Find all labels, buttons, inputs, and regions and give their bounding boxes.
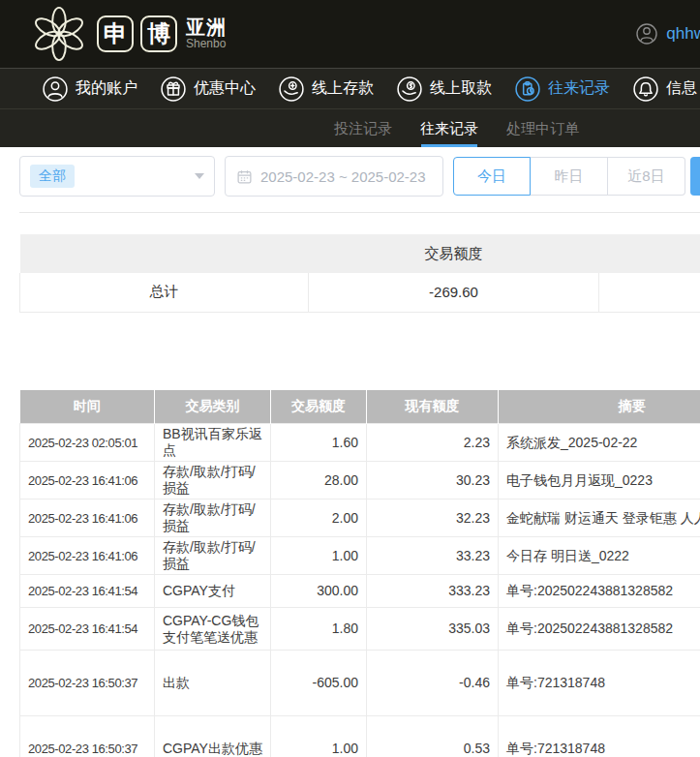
cell-time: 2025-02-23 16:50:37 [20, 716, 155, 757]
main-nav: 我的账户 优惠中心 线上存款 线上取款 往来记录 [0, 68, 700, 108]
cell-balance: 0.53 [367, 716, 499, 757]
cell-amount: 300.00 [271, 575, 367, 608]
summary-header-amount: 交易额度 [309, 234, 599, 273]
tab-transaction-records[interactable]: 往来记录 [420, 109, 478, 147]
nav-item-promotions[interactable]: 优惠中心 [161, 76, 256, 102]
cell-type: 存款/取款/打码/损益 [155, 462, 271, 500]
summary-empty-cell [599, 273, 700, 312]
table-row: 2025-02-23 02:05:01BB视讯百家乐返点1.602.23系统派发… [20, 424, 700, 462]
cell-amount: 28.00 [271, 462, 367, 500]
tab-betting-records[interactable]: 投注记录 [334, 109, 392, 147]
cell-type: CGPAY出款优惠 [155, 716, 271, 757]
cell-balance: 30.23 [367, 462, 499, 500]
cell-time: 2025-02-23 16:41:54 [20, 575, 155, 608]
category-select[interactable]: 全部 [19, 156, 215, 197]
yesterday-button[interactable]: 昨日 [531, 157, 608, 196]
cell-note: 单号:202502243881328582 [499, 608, 700, 651]
cell-time: 2025-02-23 16:50:37 [20, 651, 155, 716]
user-avatar-icon [635, 22, 658, 45]
deposit-icon [279, 76, 304, 102]
cell-balance: -0.46 [367, 651, 499, 716]
search-button[interactable] [690, 157, 700, 196]
user-account-link[interactable]: qhhw [635, 22, 700, 45]
nav-item-messages[interactable]: 信息 [633, 76, 697, 102]
account-icon [43, 76, 68, 102]
logo-subtitle: Shenbo [186, 38, 227, 50]
nav-label: 线上取款 [430, 78, 492, 99]
cell-amount: -605.00 [271, 651, 367, 716]
last-8-days-button[interactable]: 近8日 [608, 157, 685, 196]
cell-amount: 1.00 [271, 537, 367, 575]
nav-item-records[interactable]: 往来记录 [515, 76, 610, 102]
cell-note: 单号:721318748 [499, 716, 700, 757]
table-row: 2025-02-23 16:41:54CGPAY-CG钱包支付笔笔送优惠1.80… [20, 608, 700, 651]
cell-type: CGPAY支付 [155, 575, 271, 608]
col-header-amount: 交易额度 [271, 390, 367, 424]
cell-type: 出款 [155, 651, 271, 716]
cell-note: 电子钱包月月返现_0223 [499, 462, 700, 500]
transactions-header-row: 时间 交易类别 交易额度 现有额度 摘要 [20, 390, 700, 424]
summary-header-empty [599, 234, 700, 273]
quick-range-group: 今日 昨日 近8日 [453, 157, 685, 196]
section-divider [19, 212, 700, 213]
today-button[interactable]: 今日 [453, 157, 531, 196]
cell-amount: 2.00 [271, 500, 367, 537]
table-row: 2025-02-23 16:50:37出款-605.00-0.46单号:7213… [20, 651, 700, 716]
summary-table: 交易额度 总计 -269.60 [19, 234, 700, 313]
calendar-icon [236, 168, 253, 185]
nav-label: 我的账户 [76, 78, 137, 99]
nav-item-withdraw[interactable]: 线上取款 [397, 76, 492, 102]
top-brand-bar: 申 博 亚洲 Shenbo qhhw [0, 0, 700, 68]
site-logo[interactable]: 申 博 亚洲 Shenbo [29, 4, 227, 64]
cell-balance: 335.03 [367, 608, 499, 651]
nav-label: 往来记录 [548, 78, 610, 99]
col-header-balance: 现有额度 [367, 390, 499, 424]
col-header-time: 时间 [20, 390, 155, 424]
cell-time: 2025-02-23 16:41:06 [20, 462, 155, 500]
cell-amount: 1.00 [271, 716, 367, 757]
cell-balance: 2.23 [367, 424, 499, 462]
date-range-input[interactable]: 2025-02-23 ~ 2025-02-23 [225, 156, 443, 197]
cell-time: 2025-02-23 16:41:54 [20, 608, 155, 651]
nav-label: 优惠中心 [194, 78, 256, 99]
cell-balance: 32.23 [367, 500, 499, 537]
cell-amount: 1.60 [271, 424, 367, 462]
cell-time: 2025-02-23 16:41:06 [20, 500, 155, 537]
table-row: 2025-02-23 16:41:06存款/取款/打码/损益2.0032.23金… [20, 500, 700, 537]
cell-time: 2025-02-23 02:05:01 [20, 424, 155, 462]
cell-type: BB视讯百家乐返点 [155, 424, 271, 462]
transactions-table: 时间 交易类别 交易额度 现有额度 摘要 2025-02-23 02:05:01… [19, 390, 700, 757]
tab-processing-orders[interactable]: 处理中订单 [506, 109, 579, 147]
table-row: 2025-02-23 16:41:54CGPAY支付300.00333.23单号… [20, 575, 700, 608]
summary-total-label: 总计 [20, 273, 309, 312]
cell-note: 系统派发_2025-02-22 [499, 424, 700, 462]
nav-label: 信息 [666, 78, 697, 99]
transactions-body: 2025-02-23 02:05:01BB视讯百家乐返点1.602.23系统派发… [20, 424, 700, 757]
summary-header-row: 交易额度 [20, 234, 700, 273]
summary-total-value: -269.60 [309, 273, 599, 312]
cell-balance: 333.23 [367, 575, 499, 608]
withdraw-icon [397, 76, 422, 102]
category-selected-tag: 全部 [30, 165, 75, 188]
records-tabbar: 投注记录 往来记录 处理中订单 [0, 108, 700, 147]
summary-total-row: 总计 -269.60 [20, 273, 700, 312]
cell-note: 今日存 明日送_0222 [499, 537, 700, 575]
nav-item-my-account[interactable]: 我的账户 [43, 76, 137, 102]
cell-balance: 33.23 [367, 537, 499, 575]
date-range-text: 2025-02-23 ~ 2025-02-23 [260, 168, 426, 185]
cell-note: 金蛇献瑞 财运通天 登录钜惠 人人皆享 [499, 500, 700, 537]
table-row: 2025-02-23 16:41:06存款/取款/打码/损益28.0030.23… [20, 462, 700, 500]
cell-type: 存款/取款/打码/损益 [155, 500, 271, 537]
chevron-down-icon [195, 173, 204, 179]
col-header-note: 摘要 [499, 390, 700, 424]
logo-region-text: 亚洲 [186, 16, 227, 38]
cell-type: CGPAY-CG钱包支付笔笔送优惠 [155, 608, 271, 651]
cell-time: 2025-02-23 16:41:06 [20, 537, 155, 575]
logo-char-bo: 博 [140, 15, 177, 52]
username-text: qhhw [666, 24, 700, 44]
table-row: 2025-02-23 16:41:06存款/取款/打码/损益1.0033.23今… [20, 537, 700, 575]
table-row: 2025-02-23 16:50:37CGPAY出款优惠1.000.53单号:7… [20, 716, 700, 757]
bell-icon [633, 76, 658, 102]
records-icon [515, 76, 540, 102]
nav-item-deposit[interactable]: 线上存款 [279, 76, 374, 102]
